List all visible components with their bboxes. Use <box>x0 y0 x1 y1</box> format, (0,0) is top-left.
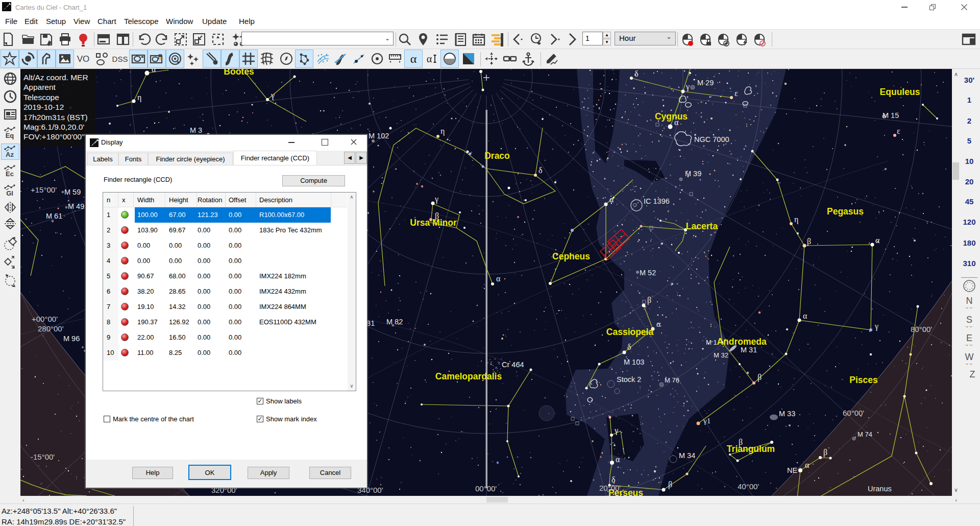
svg-text:β: β <box>668 480 672 489</box>
svg-text:M 74: M 74 <box>857 431 872 438</box>
svg-text:M 103: M 103 <box>624 358 644 366</box>
svg-text:Cepheus: Cepheus <box>552 251 590 261</box>
svg-text:δ: δ <box>611 475 616 484</box>
svg-text:η: η <box>440 127 445 136</box>
svg-text:η: η <box>137 93 141 102</box>
svg-text:α: α <box>427 53 432 64</box>
svg-text:M 15: M 15 <box>883 111 899 119</box>
svg-text:60°00': 60°00' <box>843 409 864 417</box>
svg-text:M 102: M 102 <box>369 132 389 140</box>
svg-text:M 33: M 33 <box>779 410 795 418</box>
svg-text:Gl: Gl <box>6 189 13 197</box>
svg-text:M 49: M 49 <box>68 202 84 210</box>
svg-text:VO: VO <box>77 54 90 64</box>
svg-text:-15°00': -15°00' <box>31 452 55 461</box>
svg-text:Pisces: Pisces <box>849 375 878 385</box>
svg-text:Draco: Draco <box>484 151 510 161</box>
svg-text:Lacerta: Lacerta <box>686 221 718 231</box>
svg-text:γ: γ <box>614 426 618 435</box>
svg-text:Cygnus: Cygnus <box>655 111 688 122</box>
svg-text:M 96: M 96 <box>63 334 80 343</box>
svg-text:Camelopardalis: Camelopardalis <box>435 371 502 381</box>
svg-text:M 39: M 39 <box>685 170 701 178</box>
svg-text:80°00': 80°00' <box>911 325 932 333</box>
svg-text:Andromeda: Andromeda <box>717 337 767 347</box>
svg-text:NGC 7000: NGC 7000 <box>694 135 729 144</box>
svg-text:α: α <box>674 118 679 127</box>
svg-text:DSS: DSS <box>112 55 128 63</box>
svg-text:M 31: M 31 <box>741 346 757 354</box>
svg-text:α: α <box>609 195 614 204</box>
svg-text:β: β <box>757 373 762 382</box>
svg-text:280°00': 280°00' <box>38 324 64 333</box>
svg-text:β: β <box>739 438 743 447</box>
svg-text:β: β <box>647 296 651 305</box>
svg-text:γ: γ <box>685 82 690 91</box>
svg-text:20°00': 20°00' <box>599 484 621 492</box>
svg-text:Triangulum: Triangulum <box>727 444 775 454</box>
svg-text:Eq: Eq <box>6 132 14 139</box>
svg-text:β: β <box>807 237 811 246</box>
svg-text:γ1: γ1 <box>703 417 710 425</box>
svg-text:α: α <box>805 461 810 469</box>
svg-text:+15°00': +15°00' <box>31 185 57 194</box>
svg-text:M 59: M 59 <box>64 188 81 196</box>
svg-text:Ursa Minor: Ursa Minor <box>410 218 457 228</box>
svg-text:β: β <box>435 211 439 221</box>
svg-text:M 34: M 34 <box>679 451 695 460</box>
svg-text:NE: NE <box>787 466 797 474</box>
svg-text:M 52: M 52 <box>640 269 656 277</box>
svg-text:α: α <box>410 52 417 65</box>
svg-text:δ: δ <box>627 343 631 351</box>
svg-text:ε: ε <box>897 127 900 135</box>
svg-text:Cr 464: Cr 464 <box>502 361 524 369</box>
svg-text:Pegasus: Pegasus <box>827 206 864 217</box>
svg-text:α: α <box>496 274 501 283</box>
svg-text:α: α <box>152 69 156 74</box>
svg-text:Uranus: Uranus <box>868 485 892 493</box>
svg-text:M 32: M 32 <box>714 351 728 359</box>
svg-text:α: α <box>803 312 807 320</box>
svg-text:Equuleus: Equuleus <box>880 87 920 97</box>
svg-text:Bootes: Bootes <box>224 69 254 77</box>
svg-text:γ: γ <box>434 195 438 204</box>
svg-text:M 1: M 1 <box>706 339 717 346</box>
svg-text:η: η <box>794 215 798 224</box>
svg-text:α: α <box>616 455 620 464</box>
svg-text:β: β <box>823 448 827 457</box>
svg-text:γ: γ <box>874 322 878 331</box>
svg-text:+00°00': +00°00' <box>32 315 58 323</box>
svg-text:Stock 2: Stock 2 <box>617 375 641 384</box>
svg-text:α: α <box>656 320 661 328</box>
svg-text:ε: ε <box>734 89 738 98</box>
svg-text:Ec: Ec <box>6 170 14 178</box>
svg-text:Az: Az <box>6 151 14 158</box>
svg-text:IC 1396: IC 1396 <box>644 197 670 205</box>
svg-text:M 76: M 76 <box>665 376 679 384</box>
svg-text:00°00': 00°00' <box>475 484 497 493</box>
svg-text:M 3: M 3 <box>190 126 202 134</box>
svg-text:δ: δ <box>634 69 639 78</box>
svg-text:40°00': 40°00' <box>738 482 759 491</box>
svg-text:M 29: M 29 <box>697 79 714 87</box>
svg-text:δ: δ <box>538 166 543 175</box>
svg-text:M 82: M 82 <box>386 318 403 326</box>
svg-text:α: α <box>875 236 880 245</box>
svg-text:γ: γ <box>271 91 275 100</box>
svg-text:M 61: M 61 <box>46 212 62 220</box>
svg-text:Cassiopeia: Cassiopeia <box>606 327 654 337</box>
